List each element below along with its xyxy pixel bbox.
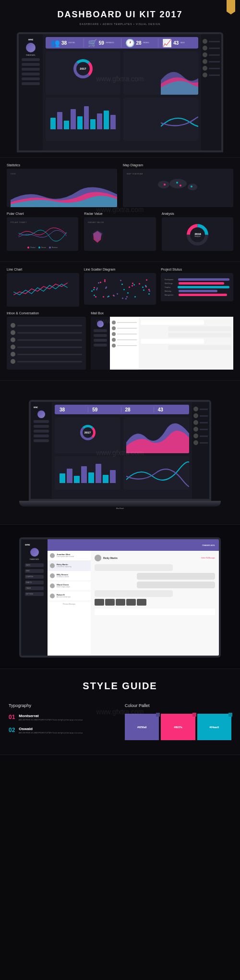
friend-item[interactable]	[193, 420, 208, 425]
mail-sidebar: onc OHANES ADIL INBOXSENTCOMPOSEDRAFTSTR…	[21, 539, 48, 656]
chat-attachments	[95, 599, 215, 606]
message-input[interactable]	[95, 608, 215, 615]
friend-item[interactable]	[203, 66, 220, 71]
card-title: Statistics	[7, 163, 117, 167]
sidebar-item[interactable]	[22, 68, 40, 71]
friend-item[interactable]	[193, 413, 208, 418]
polar-chart	[11, 223, 74, 243]
contact-item[interactable]: Robert KAd minim veniam quis	[48, 591, 91, 601]
featured-ribbon	[227, 0, 235, 12]
scatter-point	[129, 286, 130, 288]
attachment-image[interactable]	[95, 599, 104, 606]
stats-header: 👥38VISITORS 🛒59SHIPMENTS 🕐28ORDERS 📈43SA…	[46, 37, 198, 49]
friends-panel	[201, 34, 221, 150]
contact-item[interactable]: Billy SimonsIncididunt ut labore	[48, 571, 91, 581]
analysis-donut[interactable]: 2016Analysis	[182, 220, 213, 250]
attachment-image[interactable]	[137, 599, 146, 606]
mail-nav-item[interactable]: INBOX	[25, 563, 44, 567]
scatter-point	[143, 289, 144, 291]
scatter-point	[125, 298, 127, 299]
page-subtitle: DASHBOARD • ADMIN TEMPLATES • VISUAL DES…	[5, 23, 235, 25]
friend-item[interactable]	[193, 434, 208, 438]
scatter-point	[126, 296, 128, 298]
inbox-item[interactable]	[11, 330, 82, 335]
palette-heading: Colour Pallet	[125, 703, 231, 708]
radar-chart	[88, 227, 107, 247]
active-contact: Ricky Martin	[103, 557, 118, 559]
scatter-point	[142, 286, 144, 288]
friend-item[interactable]	[193, 427, 208, 432]
stat-shipments[interactable]: 🛒59SHIPMENTS	[86, 38, 121, 48]
user-avatar[interactable]	[26, 43, 36, 52]
svg-point-6	[191, 186, 192, 187]
status-card: DevelopmentWeb DesignGraphicsMarketingMa…	[161, 273, 233, 301]
statistics-card: 2016	[7, 169, 117, 207]
laptop-label: MacBook	[29, 507, 211, 509]
attachment-image[interactable]	[126, 599, 136, 606]
contact-item[interactable]	[112, 338, 137, 342]
chat-message-self	[168, 345, 231, 350]
mail-nav-item[interactable]	[94, 339, 107, 342]
sidebar-item[interactable]	[22, 77, 40, 80]
friend-item[interactable]	[203, 59, 220, 64]
sidebar-item[interactable]	[22, 58, 40, 61]
stat-sales[interactable]: 📈43SALES	[160, 38, 195, 48]
contact-item[interactable]	[112, 326, 137, 330]
color-palette: #6256a9#f92f7a#04aac6	[125, 714, 231, 740]
mail-nav-item[interactable]	[94, 344, 107, 347]
scatter-point	[122, 298, 123, 299]
attachment-image[interactable]	[105, 599, 115, 606]
mail-nav-item[interactable]: SENT	[25, 569, 44, 573]
inbox-item[interactable]	[11, 345, 82, 349]
user-avatar[interactable]	[97, 321, 104, 327]
mailbox-contacts	[110, 317, 139, 370]
friend-item[interactable]	[193, 440, 208, 445]
attachment-image[interactable]	[116, 599, 125, 606]
mailbox-card	[91, 317, 233, 370]
contact-item[interactable]: Ricky MartinConsectetur adipiscing	[48, 561, 91, 571]
sidebar-item[interactable]	[22, 73, 40, 75]
style-guide-title: STYLE GUIDE	[9, 681, 231, 692]
contact-item[interactable]	[112, 344, 137, 347]
status-row: Management	[165, 294, 229, 296]
contact-item[interactable]	[112, 332, 137, 336]
sidebar-item[interactable]	[22, 82, 40, 85]
svg-point-2	[188, 184, 197, 190]
contact-item[interactable]: Sharol GreenDolore magna aliqua	[48, 581, 91, 591]
friend-item[interactable]	[193, 407, 208, 411]
contact-item[interactable]	[112, 321, 137, 324]
inbox-item[interactable]	[11, 352, 82, 357]
delete-messages-button[interactable]: Delete Old Messages	[201, 557, 215, 559]
friend-item[interactable]	[203, 52, 220, 57]
scatter-point	[93, 289, 95, 290]
scatter-point	[91, 290, 93, 292]
friend-item[interactable]	[203, 39, 220, 44]
mail-nav-item[interactable]: DRAFTS	[25, 581, 44, 584]
mail-nav-item[interactable]: SETTINGS	[25, 592, 44, 596]
stat-orders[interactable]: 🕐28ORDERS	[123, 38, 159, 48]
scatter-chart	[88, 277, 153, 301]
mail-nav-item[interactable]	[94, 329, 107, 332]
mailbox-chat	[139, 317, 233, 370]
user-avatar[interactable]	[37, 410, 45, 418]
inbox-item[interactable]	[11, 337, 82, 342]
contact-item[interactable]: Jonathan WestLorem ipsum dolor sit amet	[48, 551, 91, 561]
user-name: OHANES ADIL	[21, 54, 41, 56]
card-title: Radar Value	[84, 212, 156, 215]
inbox-item[interactable]	[11, 359, 82, 364]
sidebar-item[interactable]	[22, 63, 40, 66]
mail-nav-item[interactable]	[94, 334, 107, 337]
mail-nav-item[interactable]: COMPOSE	[25, 575, 44, 579]
status-row: Web Design	[165, 282, 229, 285]
header-user[interactable]: OHANES ADIL	[202, 544, 215, 546]
polar-card: POLAR CHART Product Service Revenue	[7, 217, 78, 251]
world-map[interactable]	[127, 175, 229, 199]
friend-item[interactable]	[203, 46, 220, 50]
friend-item[interactable]	[203, 73, 220, 77]
mail-nav-item[interactable]: TRASH	[25, 586, 44, 590]
user-avatar[interactable]	[30, 548, 39, 557]
load-more-button[interactable]: Previous Messages	[48, 601, 91, 607]
inbox-item[interactable]	[11, 323, 82, 328]
stat-visitors[interactable]: 👥38VISITORS	[48, 38, 84, 48]
donut-chart[interactable]: 2017	[73, 59, 93, 78]
